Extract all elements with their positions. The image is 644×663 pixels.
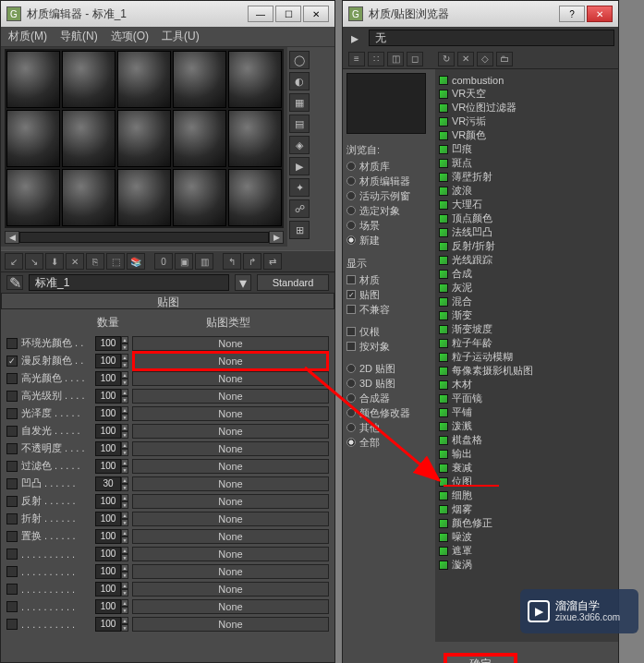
map-amount-input[interactable] <box>95 424 121 439</box>
map-enable-checkbox[interactable] <box>6 391 18 402</box>
material-slot[interactable] <box>6 110 60 167</box>
material-slot[interactable] <box>62 110 115 167</box>
checkbox-icon[interactable] <box>346 327 356 336</box>
map-list-item[interactable]: 渐变坡度 <box>439 322 614 336</box>
titlebar[interactable]: G 材质/贴图浏览器 ? ✕ <box>343 1 618 27</box>
show-option[interactable]: 不兼容 <box>346 302 431 317</box>
name-dropdown-icon[interactable]: ▾ <box>235 274 251 291</box>
spin-up-icon[interactable]: ▲ <box>121 494 128 501</box>
map-amount-spinner[interactable]: ▲▼ <box>95 336 128 351</box>
map-slot-button[interactable]: None <box>132 564 329 579</box>
map-list-item[interactable]: 平铺 <box>439 405 614 419</box>
spin-up-icon[interactable]: ▲ <box>121 354 128 361</box>
spin-down-icon[interactable]: ▼ <box>121 589 128 597</box>
map-slot-button[interactable]: None <box>132 424 329 439</box>
map-slot-button[interactable]: None <box>132 617 329 632</box>
browse-from-option[interactable]: 新建 <box>346 233 431 247</box>
spin-down-icon[interactable]: ▼ <box>121 414 128 421</box>
spin-down-icon[interactable]: ▼ <box>121 572 128 579</box>
map-list-item[interactable]: 木材 <box>439 378 614 392</box>
spin-down-icon[interactable]: ▼ <box>121 624 128 632</box>
map-amount-input[interactable] <box>95 336 121 351</box>
map-enable-checkbox[interactable] <box>6 531 18 542</box>
radio-icon[interactable] <box>346 393 356 403</box>
material-slot[interactable] <box>173 51 226 108</box>
checkbox-icon[interactable] <box>346 305 356 314</box>
map-list-item[interactable]: 衰减 <box>439 461 614 475</box>
spin-up-icon[interactable]: ▲ <box>121 599 128 607</box>
put-to-scene-icon[interactable]: ↘ <box>25 253 43 270</box>
checkbox-icon[interactable] <box>346 275 356 284</box>
map-list-item[interactable]: 斑点 <box>439 156 614 170</box>
nav-icon[interactable]: ⇄ <box>263 253 282 270</box>
map-enable-checkbox[interactable] <box>6 408 18 419</box>
go-parent-icon[interactable]: ↰ <box>223 253 241 270</box>
material-slot[interactable] <box>228 110 282 167</box>
map-amount-spinner[interactable]: ▲▼ <box>95 512 128 526</box>
spin-down-icon[interactable]: ▼ <box>121 484 128 491</box>
show-option[interactable]: 材质 <box>346 272 431 287</box>
show-option[interactable]: 贴图 <box>346 287 431 302</box>
map-list-item[interactable]: 薄壁折射 <box>439 170 614 184</box>
map-enable-checkbox[interactable] <box>6 584 18 595</box>
background-icon[interactable]: ▦ <box>289 93 310 112</box>
map-amount-input[interactable] <box>95 582 121 597</box>
map-enable-checkbox[interactable] <box>6 513 18 524</box>
map-list-item[interactable]: 法线凹凸 <box>439 225 614 239</box>
spin-up-icon[interactable]: ▲ <box>121 529 128 536</box>
radio-icon[interactable] <box>346 206 356 215</box>
make-unique-icon[interactable]: ⬚ <box>106 253 125 270</box>
reset-icon[interactable]: ✕ <box>66 253 84 270</box>
map-list-item[interactable]: 波浪 <box>439 184 614 198</box>
radio-icon[interactable] <box>346 162 356 171</box>
map-list-item[interactable]: VR天空 <box>439 87 614 101</box>
spin-down-icon[interactable]: ▼ <box>121 361 128 368</box>
menu-nav[interactable]: 导航(N) <box>60 29 98 44</box>
material-slot[interactable] <box>62 169 115 226</box>
map-enable-checkbox[interactable] <box>6 601 18 612</box>
map-amount-input[interactable] <box>95 529 121 544</box>
map-list-item[interactable]: 输出 <box>439 447 614 461</box>
slot-hscrollbar[interactable]: ◀ ▶ <box>5 230 284 245</box>
root-option[interactable]: 仅根 <box>346 324 431 339</box>
filter-option[interactable]: 颜色修改器 <box>346 405 431 420</box>
spin-up-icon[interactable]: ▲ <box>121 564 128 572</box>
map-list-item[interactable]: 遮罩 <box>439 544 614 558</box>
map-list-item[interactable]: VR污垢 <box>439 115 614 128</box>
map-amount-spinner[interactable]: ▲▼ <box>95 441 128 456</box>
map-amount-spinner[interactable]: ▲▼ <box>95 564 128 579</box>
map-amount-input[interactable] <box>95 547 121 561</box>
map-amount-input[interactable] <box>95 459 121 474</box>
map-enable-checkbox[interactable] <box>6 566 18 577</box>
map-amount-spinner[interactable]: ▲▼ <box>95 476 128 491</box>
map-list-item[interactable]: 漩涡 <box>439 558 614 572</box>
titlebar[interactable]: G 材质编辑器 - 标准_1 — ☐ ✕ <box>1 1 334 27</box>
map-slot-button[interactable]: None <box>132 599 329 614</box>
material-slot[interactable] <box>117 110 171 167</box>
map-enable-checkbox[interactable] <box>6 443 18 454</box>
map-amount-spinner[interactable]: ▲▼ <box>95 617 128 632</box>
menu-material[interactable]: 材质(M) <box>8 29 47 44</box>
sample-type-icon[interactable]: ◯ <box>289 51 310 69</box>
map-enable-checkbox[interactable] <box>6 338 18 349</box>
map-list-item[interactable]: 噪波 <box>439 530 614 544</box>
make-preview-icon[interactable]: ▶ <box>289 157 310 175</box>
spin-up-icon[interactable]: ▲ <box>121 441 128 449</box>
spin-down-icon[interactable]: ▼ <box>121 379 128 386</box>
spin-up-icon[interactable]: ▲ <box>121 459 128 466</box>
material-slot[interactable] <box>6 51 60 108</box>
map-amount-spinner[interactable]: ▲▼ <box>95 406 128 421</box>
map-list-item[interactable]: 颜色修正 <box>439 516 614 530</box>
map-enable-checkbox[interactable] <box>6 619 18 630</box>
map-list-item[interactable]: 光线跟踪 <box>439 253 614 267</box>
map-slot-button[interactable]: None <box>132 476 329 491</box>
map-amount-spinner[interactable]: ▲▼ <box>95 459 128 474</box>
map-slot-button[interactable]: None <box>132 336 329 351</box>
spin-up-icon[interactable]: ▲ <box>121 512 128 519</box>
map-amount-input[interactable] <box>95 512 121 526</box>
scroll-track[interactable] <box>19 232 269 243</box>
menu-options[interactable]: 选项(O) <box>111 29 149 44</box>
browse-from-option[interactable]: 材质编辑器 <box>346 174 431 188</box>
close-button[interactable]: ✕ <box>587 6 613 22</box>
map-amount-input[interactable] <box>95 617 121 632</box>
